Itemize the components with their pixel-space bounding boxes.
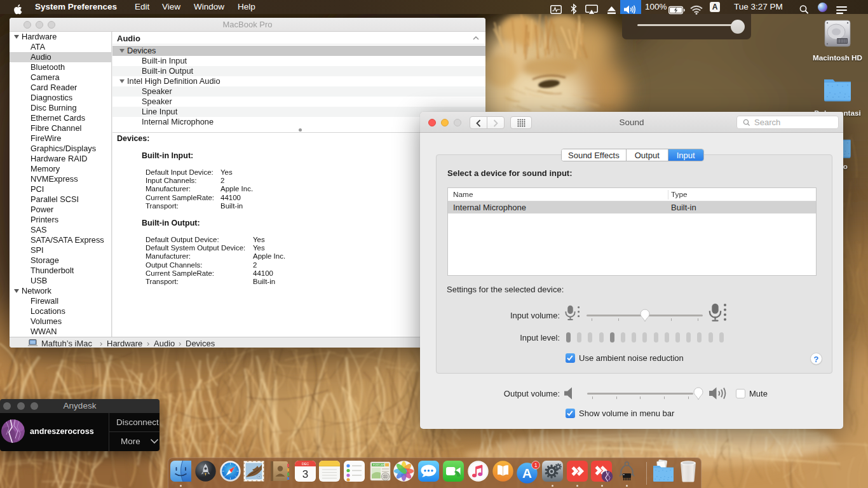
svg-text:1: 1 bbox=[534, 462, 538, 468]
svg-text:POSTCARD: POSTCARD bbox=[373, 464, 386, 466]
svg-text:DEC: DEC bbox=[301, 462, 308, 466]
svg-text:3D: 3D bbox=[384, 475, 388, 478]
svg-text:3: 3 bbox=[302, 468, 308, 480]
svg-text:A: A bbox=[522, 466, 532, 480]
